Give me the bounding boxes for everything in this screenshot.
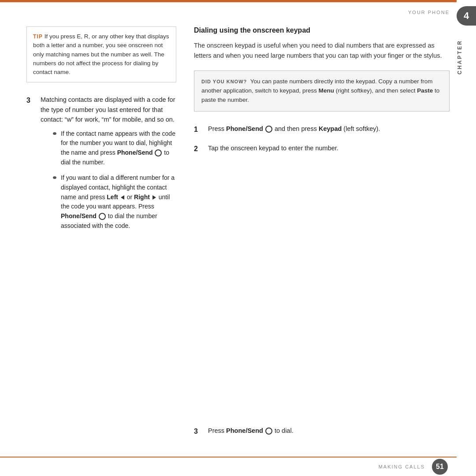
left-column: TIPIf you press E, R, or any other key t… <box>26 26 176 450</box>
paste-bold: Paste <box>417 87 433 94</box>
chapter-number-badge: 4 <box>457 6 476 26</box>
step-3-bottom-item: 3 Press Phone/Send to dial. <box>194 426 450 437</box>
did-you-know-box: DID YOU KNOW? You can paste numbers dire… <box>194 71 450 112</box>
right-step-1-number: 1 <box>194 124 202 135</box>
main-content: TIPIf you press E, R, or any other key t… <box>26 26 450 450</box>
tip-label: TIP <box>33 33 43 40</box>
right-column: Dialing using the onscreen keypad The on… <box>194 26 450 450</box>
left-bold: Left <box>107 193 118 201</box>
phone-send-icon-r3 <box>265 428 272 435</box>
tip-box: TIPIf you press E, R, or any other key t… <box>26 26 176 82</box>
right-step-2: 2 Tap the onscreen keypad to enter the n… <box>194 143 450 155</box>
page-footer: MAKING CALLS 51 <box>0 457 457 476</box>
keypad-bold: Keypad <box>319 125 342 132</box>
phone-send-bold-r1: Phone/Send <box>226 125 263 132</box>
step-3-bottom: 3 Press Phone/Send to dial. <box>194 426 450 445</box>
step-3-bottom-number: 3 <box>194 426 202 437</box>
right-arrow-icon <box>152 195 156 200</box>
phone-send-bold-2: Phone/Send <box>61 212 97 219</box>
right-step-1-content: Press Phone/Send and then press Keypad (… <box>208 124 450 135</box>
bullet-dot-1 <box>53 132 56 135</box>
phone-send-bold-1: Phone/Send <box>117 149 153 156</box>
bullet-1-text: If the contact name appears with the cod… <box>61 129 176 167</box>
footer-text: MAKING CALLS <box>379 464 425 469</box>
section-heading: Dialing using the onscreen keypad <box>194 26 450 34</box>
bullet-item-2: If you want to dial a different number f… <box>53 173 176 231</box>
tip-text: If you press E, R, or any other key that… <box>33 33 169 75</box>
bullet-2-text: If you want to dial a different number f… <box>61 173 176 231</box>
chapter-number: 4 <box>464 10 469 22</box>
page-header: YOUR PHONE <box>408 10 450 15</box>
step-3-bottom-content: Press Phone/Send to dial. <box>208 426 450 437</box>
top-bar <box>0 0 457 2</box>
step-3-number: 3 <box>26 95 34 237</box>
step-3: 3 Matching contacts are displayed with a… <box>26 95 176 237</box>
phone-send-icon-r1 <box>265 126 272 133</box>
chapter-label: CHAPTER <box>457 35 476 79</box>
step-3-main-text: Matching contacts are displayed with a c… <box>41 95 176 124</box>
right-step-2-number: 2 <box>194 144 202 155</box>
menu-bold: Menu <box>319 87 334 94</box>
right-bold: Right <box>134 193 150 201</box>
phone-send-icon-1 <box>155 149 162 156</box>
intro-text: The onscreen keypad is useful when you n… <box>194 41 450 61</box>
dyk-label: DID YOU KNOW? <box>201 79 247 84</box>
phone-send-icon-2 <box>99 213 106 220</box>
right-step-2-content: Tap the onscreen keypad to enter the num… <box>208 143 450 155</box>
step-3-content: Matching contacts are displayed with a c… <box>41 95 176 237</box>
bullet-list: If the contact name appears with the cod… <box>53 129 176 231</box>
left-arrow-icon <box>121 195 124 200</box>
phone-send-bold-r3: Phone/Send <box>226 427 263 434</box>
right-step-1: 1 Press Phone/Send and then press Keypad… <box>194 124 450 135</box>
bullet-item-1: If the contact name appears with the cod… <box>53 129 176 167</box>
bullet-dot-2 <box>53 176 56 179</box>
footer-badge: 51 <box>432 459 448 475</box>
footer-page-number: 51 <box>436 463 444 471</box>
